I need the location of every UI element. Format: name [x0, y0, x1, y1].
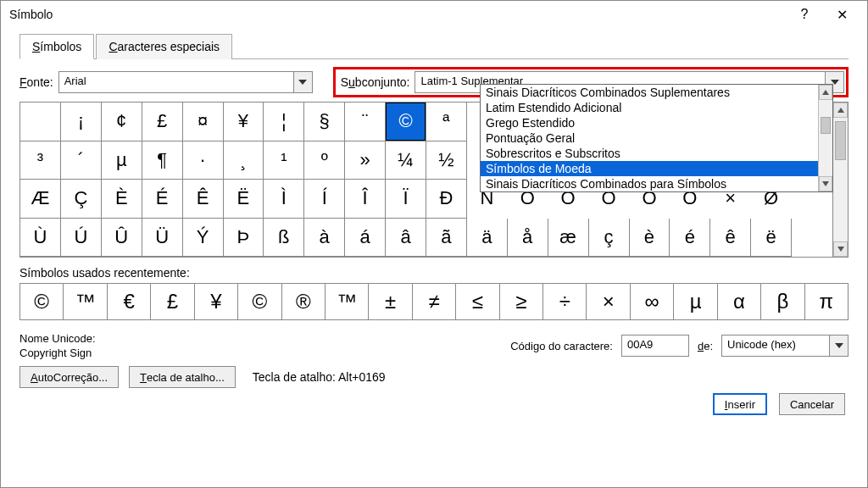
- recent-symbol[interactable]: ≥: [500, 284, 543, 319]
- symbol-cell[interactable]: ¶: [142, 141, 183, 180]
- recent-symbol[interactable]: α: [718, 284, 761, 319]
- symbol-cell[interactable]: É: [142, 180, 183, 219]
- symbol-cell[interactable]: Û: [102, 219, 142, 258]
- symbol-cell[interactable]: È: [102, 180, 142, 219]
- symbol-cell[interactable]: Ý: [183, 219, 224, 258]
- recent-symbol[interactable]: ≤: [456, 284, 499, 319]
- recent-symbol[interactable]: ©: [20, 284, 64, 319]
- subset-option[interactable]: Sinais Diacríticos Combinados para Símbo…: [481, 176, 818, 191]
- insert-button[interactable]: Inserir: [713, 393, 767, 415]
- recent-symbol[interactable]: ™: [64, 284, 107, 319]
- subset-option[interactable]: Sobrescritos e Subscritos: [481, 146, 818, 161]
- symbol-cell[interactable]: Ç: [61, 180, 102, 219]
- recent-symbol[interactable]: ¥: [195, 284, 238, 319]
- symbol-cell[interactable]: ê: [710, 219, 751, 258]
- recent-symbol[interactable]: £: [151, 284, 194, 319]
- symbol-cell[interactable]: ·: [183, 141, 224, 180]
- symbol-cell[interactable]: º: [304, 141, 345, 180]
- symbol-cell[interactable]: æ: [548, 219, 589, 258]
- recent-symbol[interactable]: ©: [238, 284, 281, 319]
- symbol-cell[interactable]: Ù: [20, 219, 61, 258]
- symbol-cell[interactable]: ¤: [183, 103, 224, 141]
- cancel-button[interactable]: Cancelar: [779, 393, 845, 415]
- recent-symbol[interactable]: €: [108, 284, 151, 319]
- recent-symbol[interactable]: µ: [674, 284, 717, 319]
- symbol-cell[interactable]: â: [386, 219, 426, 258]
- symbol-cell[interactable]: ½: [426, 141, 467, 180]
- symbol-cell[interactable]: Æ: [20, 180, 61, 219]
- symbol-cell[interactable]: [20, 103, 61, 141]
- symbol-cell[interactable]: Ë: [224, 180, 264, 219]
- scroll-down-icon[interactable]: [819, 176, 832, 191]
- symbol-cell[interactable]: ç: [589, 219, 630, 258]
- symbol-cell[interactable]: ¡: [61, 103, 102, 141]
- symbol-cell[interactable]: ¸: [224, 141, 264, 180]
- recent-symbol[interactable]: ≠: [413, 284, 456, 319]
- scroll-thumb[interactable]: [835, 121, 846, 160]
- subset-option[interactable]: Latim Estendido Adicional: [481, 100, 818, 115]
- symbol-cell[interactable]: [792, 219, 832, 258]
- symbol-cell[interactable]: Ê: [183, 180, 224, 219]
- symbol-cell[interactable]: ´: [61, 141, 102, 180]
- tab-symbols[interactable]: Símbolos: [19, 34, 94, 59]
- symbol-cell[interactable]: Ú: [61, 219, 102, 258]
- symbol-cell[interactable]: ¹: [264, 141, 304, 180]
- symbol-cell[interactable]: Ï: [386, 180, 426, 219]
- shortcut-key-button[interactable]: Tecla de atalho...: [129, 366, 236, 388]
- symbol-cell[interactable]: ¢: [102, 103, 142, 141]
- autocorrect-button[interactable]: AutoCorreção...: [19, 366, 119, 388]
- symbol-cell[interactable]: Ì: [264, 180, 304, 219]
- subset-option[interactable]: Grego Estendido: [481, 115, 818, 130]
- scroll-up-icon[interactable]: [833, 103, 848, 118]
- symbol-cell[interactable]: é: [670, 219, 710, 258]
- symbol-cell[interactable]: à: [304, 219, 345, 258]
- code-input[interactable]: 00A9: [621, 335, 689, 357]
- symbol-cell[interactable]: ª: [426, 103, 467, 141]
- symbol-cell[interactable]: Þ: [224, 219, 264, 258]
- recent-symbol[interactable]: β: [761, 284, 804, 319]
- symbol-cell[interactable]: ë: [751, 219, 792, 258]
- symbol-cell[interactable]: Ü: [142, 219, 183, 258]
- symbol-cell[interactable]: ä: [467, 219, 508, 258]
- dropdown-scrollbar[interactable]: [818, 85, 832, 191]
- symbol-cell[interactable]: ã: [426, 219, 467, 258]
- symbol-cell[interactable]: ³: [20, 141, 61, 180]
- symbol-cell[interactable]: ¼: [386, 141, 426, 180]
- symbol-cell[interactable]: µ: [102, 141, 142, 180]
- symbol-cell[interactable]: å: [508, 219, 548, 258]
- scroll-up-icon[interactable]: [819, 85, 832, 100]
- recent-symbol[interactable]: ™: [326, 284, 369, 319]
- recent-symbol[interactable]: ×: [587, 284, 630, 319]
- subset-dropdown[interactable]: Sinais Diacríticos Combinados Suplementa…: [480, 84, 833, 192]
- footer: Inserir Cancelar: [19, 393, 849, 415]
- scroll-thumb[interactable]: [821, 117, 831, 134]
- from-combo[interactable]: Unicode (hex): [721, 335, 849, 357]
- tab-special[interactable]: Caracteres especiais: [96, 34, 232, 59]
- symbol-cell[interactable]: ¥: [224, 103, 264, 141]
- symbol-cell[interactable]: »: [345, 141, 386, 180]
- help-button[interactable]: ?: [786, 3, 823, 26]
- symbol-cell[interactable]: £: [142, 103, 183, 141]
- subset-option[interactable]: Sinais Diacríticos Combinados Suplementa…: [481, 85, 818, 100]
- subset-option[interactable]: Símbolos de Moeda: [481, 161, 818, 176]
- recent-symbol[interactable]: ±: [369, 284, 412, 319]
- symbol-cell[interactable]: ß: [264, 219, 304, 258]
- recent-symbol[interactable]: π: [805, 284, 848, 319]
- font-combo[interactable]: Arial: [58, 71, 313, 93]
- symbol-cell[interactable]: ¦: [264, 103, 304, 141]
- symbol-cell[interactable]: á: [345, 219, 386, 258]
- recent-symbol[interactable]: ®: [282, 284, 326, 319]
- symbol-cell[interactable]: è: [630, 219, 670, 258]
- close-button[interactable]: ✕: [823, 3, 860, 26]
- symbol-cell[interactable]: Ð: [426, 180, 467, 219]
- subset-option[interactable]: Pontuação Geral: [481, 130, 818, 146]
- symbol-cell[interactable]: Í: [304, 180, 345, 219]
- grid-scrollbar[interactable]: [832, 103, 848, 257]
- symbol-cell[interactable]: ¨: [345, 103, 386, 141]
- recent-symbol[interactable]: ∞: [631, 284, 674, 319]
- recent-symbol[interactable]: ÷: [543, 284, 587, 319]
- scroll-down-icon[interactable]: [833, 241, 848, 257]
- symbol-cell[interactable]: ©: [386, 103, 426, 141]
- symbol-cell[interactable]: §: [304, 103, 345, 141]
- symbol-cell[interactable]: Î: [345, 180, 386, 219]
